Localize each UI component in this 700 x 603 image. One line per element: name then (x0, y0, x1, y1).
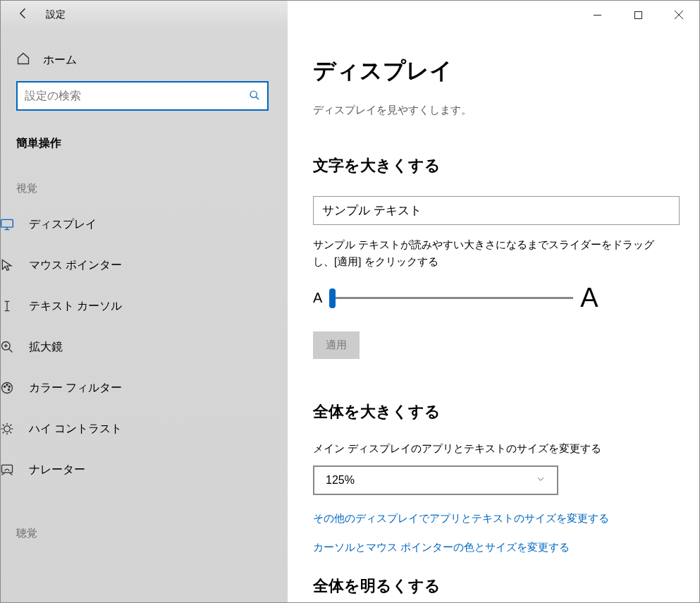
text-size-slider-row: A A (313, 283, 674, 313)
narrator-icon (1, 463, 15, 477)
sidebar-item-display[interactable]: ディスプレイ (1, 204, 288, 245)
link-cursor-pointer[interactable]: カーソルとマウス ポインターの色とサイズを変更する (313, 541, 674, 554)
slider-thumb[interactable] (329, 288, 336, 308)
sidebar-item-label: ディスプレイ (29, 217, 97, 232)
slider-track-line (329, 297, 573, 299)
sidebar-item-label: マウス ポインター (29, 258, 122, 273)
svg-line-25 (10, 432, 11, 433)
text-cursor-icon (1, 299, 15, 313)
main-area: ホーム 簡単操作 視覚 ディスプレイ マ (1, 29, 699, 602)
section-brightness-heading: 全体を明るくする (313, 575, 674, 597)
link-other-displays[interactable]: その他のディスプレイでアプリとテキストのサイズを変更する (313, 512, 674, 525)
svg-point-18 (8, 389, 9, 390)
category-label: 簡単操作 (16, 126, 288, 158)
sidebar: ホーム 簡単操作 視覚 ディスプレイ マ (1, 29, 288, 602)
svg-point-4 (250, 91, 257, 97)
apply-button[interactable]: 適用 (313, 331, 360, 359)
text-size-slider[interactable] (329, 290, 573, 307)
sidebar-item-label: ハイ コントラスト (29, 422, 122, 437)
zoom-icon (1, 340, 15, 354)
home-icon (16, 51, 30, 68)
slider-big-a: A (580, 283, 598, 313)
sidebar-item-label: カラー フィルター (29, 381, 122, 396)
titlebar-right (288, 1, 699, 29)
palette-icon (1, 381, 15, 395)
titlebar-left: 設定 (1, 1, 288, 29)
scale-label: メイン ディスプレイのアプリとテキストのサイズを変更する (313, 442, 674, 456)
sidebar-item-high-contrast[interactable]: ハイ コントラスト (1, 408, 288, 449)
content-pane: ディスプレイ ディスプレイを見やすくします。 文字を大きくする サンプル テキス… (288, 29, 699, 602)
search-icon (249, 90, 260, 103)
svg-line-26 (3, 432, 4, 433)
slider-small-a: A (313, 290, 322, 306)
svg-line-24 (3, 425, 4, 426)
svg-line-11 (9, 349, 13, 353)
group-label-visual: 視覚 (16, 158, 288, 204)
monitor-icon (1, 217, 15, 231)
sidebar-item-narrator[interactable]: ナレーター (1, 449, 288, 490)
svg-point-19 (4, 426, 10, 432)
chevron-down-icon (536, 474, 546, 487)
nav-list-visual: ディスプレイ マウス ポインター テキスト カーソル 拡大鏡 (1, 204, 288, 490)
page-title: ディスプレイ (313, 56, 674, 87)
maximize-button[interactable] (618, 1, 658, 29)
home-label: ホーム (43, 53, 77, 68)
contrast-icon (1, 422, 15, 436)
svg-point-15 (4, 386, 6, 387)
svg-point-16 (6, 384, 8, 386)
titlebar: 設定 (1, 1, 699, 29)
home-link[interactable]: ホーム (16, 42, 288, 81)
section-text-bigger-heading: 文字を大きくする (313, 155, 674, 176)
page-subtitle: ディスプレイを見やすくします。 (313, 104, 674, 117)
sidebar-item-text-cursor[interactable]: テキスト カーソル (1, 286, 288, 327)
search-input[interactable] (25, 90, 249, 102)
pointer-icon (1, 258, 15, 272)
group-label-hearing: 聴覚 (16, 503, 288, 549)
sidebar-item-color-filter[interactable]: カラー フィルター (1, 367, 288, 408)
sidebar-item-label: テキスト カーソル (29, 299, 122, 314)
svg-rect-6 (1, 219, 13, 227)
minimize-button[interactable] (577, 1, 618, 29)
svg-rect-1 (634, 11, 641, 18)
section-all-bigger-heading: 全体を大きくする (313, 401, 674, 422)
close-button[interactable] (658, 1, 699, 29)
sidebar-item-mouse-pointer[interactable]: マウス ポインター (1, 245, 288, 286)
svg-line-27 (10, 425, 11, 426)
sidebar-item-label: 拡大鏡 (29, 340, 63, 355)
window-title: 設定 (46, 8, 66, 21)
search-box[interactable] (16, 81, 269, 111)
scale-dropdown[interactable]: 125% (313, 465, 558, 495)
slider-description: サンプル テキストが読みやすい大きさになるまでスライダーをドラッグし、[適用] … (313, 236, 674, 270)
svg-point-17 (8, 386, 10, 387)
svg-line-5 (256, 97, 259, 99)
sample-text-box: サンプル テキスト (313, 196, 680, 225)
back-arrow-icon[interactable] (16, 6, 30, 23)
scale-dropdown-value: 125% (326, 474, 355, 487)
sidebar-item-magnifier[interactable]: 拡大鏡 (1, 327, 288, 367)
sidebar-item-label: ナレーター (29, 463, 85, 477)
